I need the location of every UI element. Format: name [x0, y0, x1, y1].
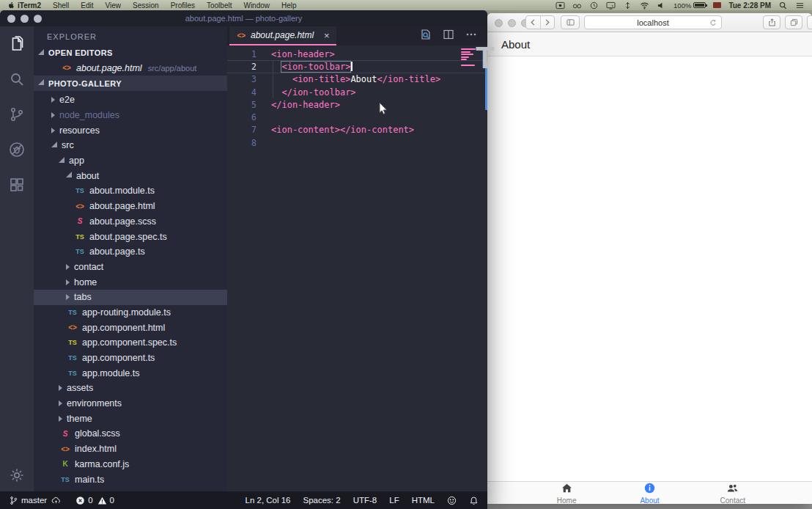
tree-item-contact[interactable]: contact: [34, 260, 227, 275]
cursor-position[interactable]: Ln 2, Col 16: [246, 496, 291, 505]
zoom-window-button[interactable]: [34, 15, 42, 23]
battery-indicator[interactable]: 100%: [673, 1, 706, 10]
reload-icon[interactable]: [709, 19, 717, 26]
encoding[interactable]: UTF-8: [353, 496, 377, 505]
tree-item-about.page.spec.ts[interactable]: TSabout.page.spec.ts: [34, 229, 227, 244]
tree-item-resources[interactable]: resources: [34, 122, 227, 138]
search-icon[interactable]: [8, 70, 26, 88]
menu-help[interactable]: Help: [281, 1, 297, 10]
split-editor-icon[interactable]: [443, 29, 454, 43]
input-language-flag-icon[interactable]: [713, 2, 721, 8]
close-window-button[interactable]: [7, 15, 15, 23]
close-window-button[interactable]: [495, 19, 503, 27]
code-line-7[interactable]: 7<ion-content></ion-content>: [227, 124, 487, 136]
tree-item-about.page.html[interactable]: <>about.page.html: [34, 199, 227, 214]
notifications-bell-icon[interactable]: [469, 496, 479, 505]
publish-changes-button[interactable]: [51, 496, 61, 505]
tree-item-app.module.ts[interactable]: TSapp.module.ts: [34, 365, 227, 381]
tree-item-environments[interactable]: environments: [34, 396, 227, 411]
warning-count[interactable]: 0: [97, 496, 114, 505]
open-changes-icon[interactable]: [420, 29, 432, 43]
feedback-smiley-icon[interactable]: [447, 496, 457, 505]
forward-button[interactable]: [540, 16, 554, 29]
screen-record-icon[interactable]: [556, 1, 565, 10]
error-count[interactable]: 0: [75, 496, 92, 505]
tree-item-app-routing.module.ts[interactable]: TSapp-routing.module.ts: [34, 305, 227, 321]
ion-tab-contact[interactable]: Contact: [691, 482, 774, 504]
tree-item-global.scss[interactable]: Sglobal.scss: [34, 426, 227, 442]
settings-gear-icon[interactable]: [8, 466, 26, 484]
glasses-icon[interactable]: [572, 1, 582, 10]
tree-item-about.module.ts[interactable]: TSabout.module.ts: [34, 183, 227, 199]
open-editors-header[interactable]: OPEN EDITORS: [34, 45, 227, 60]
tree-item-karma.conf.js[interactable]: Kkarma.conf.js: [34, 457, 227, 472]
keyboard-brightness-icon[interactable]: [623, 1, 632, 10]
menu-profiles[interactable]: Profiles: [171, 1, 195, 10]
share-button[interactable]: [763, 15, 780, 29]
tree-item-src[interactable]: src: [34, 138, 227, 153]
tree-item-about[interactable]: about: [34, 168, 227, 183]
minimize-window-button[interactable]: [21, 15, 29, 23]
tree-item-index.html[interactable]: <>index.html: [34, 442, 227, 457]
menu-clock[interactable]: Tue 2:28 PM: [728, 1, 771, 10]
tree-item-about.page.ts[interactable]: TSabout.page.ts: [34, 244, 227, 260]
sidebar-toggle-button[interactable]: [561, 15, 580, 29]
address-bar[interactable]: localhost: [584, 15, 722, 29]
workspace-header[interactable]: PHOTO-GALLERY: [34, 76, 227, 91]
volume-icon[interactable]: [657, 1, 666, 10]
tree-item-main.ts[interactable]: TSmain.ts: [34, 472, 227, 487]
tree-item-app.component.html[interactable]: <>app.component.html: [34, 320, 227, 335]
tree-item-theme[interactable]: theme: [34, 411, 227, 426]
menu-iterm2[interactable]: iTerm2: [18, 1, 41, 10]
code-line-8[interactable]: 8: [227, 136, 487, 149]
back-button[interactable]: [526, 16, 540, 29]
tree-item-e2e[interactable]: e2e: [34, 92, 227, 108]
eol[interactable]: LF: [389, 496, 399, 505]
indentation[interactable]: Spaces: 2: [303, 496, 341, 505]
tree-item-node_modules[interactable]: node_modules: [34, 108, 227, 123]
menu-window[interactable]: Window: [243, 1, 270, 10]
menu-session[interactable]: Session: [133, 1, 159, 10]
tree-item-app.component.ts[interactable]: TSapp.component.ts: [34, 351, 227, 366]
debug-icon[interactable]: [8, 141, 26, 158]
spotlight-icon[interactable]: [778, 1, 788, 10]
code-line-3[interactable]: 3 <ion-title>About</ion-title>: [227, 73, 487, 86]
extensions-icon[interactable]: [8, 176, 26, 194]
apple-menu-icon[interactable]: [7, 1, 15, 10]
tab-overview-button[interactable]: [785, 15, 802, 29]
source-control-icon[interactable]: [8, 106, 26, 123]
code-line-4[interactable]: 4 </ion-toolbar>: [227, 86, 487, 98]
code-line-6[interactable]: 6: [227, 111, 487, 123]
wifi-icon[interactable]: [640, 1, 649, 10]
code-line-2[interactable]: 2 <ion-toolbar>: [227, 60, 487, 73]
menu-edit[interactable]: Edit: [81, 1, 93, 10]
tree-item-app.component.spec.ts[interactable]: TSapp.component.spec.ts: [34, 335, 227, 351]
code-line-1[interactable]: 1<ion-header>: [227, 48, 487, 60]
tree-item-home[interactable]: home: [34, 274, 227, 290]
tree-item-tabs[interactable]: tabs: [34, 290, 227, 305]
code-editor[interactable]: 1<ion-header>2 <ion-toolbar>3 <ion-title…: [227, 45, 487, 491]
code-line-5[interactable]: 5</ion-header>: [227, 98, 487, 111]
new-tab-button[interactable]: [807, 15, 812, 29]
menu-view[interactable]: View: [106, 1, 122, 10]
explorer-icon[interactable]: [8, 35, 26, 53]
menu-shell[interactable]: Shell: [53, 1, 69, 10]
editor-tab-about-page-html[interactable]: <> about.page.html ×: [229, 26, 336, 45]
display-icon[interactable]: [606, 1, 616, 10]
clock-icon[interactable]: [589, 1, 599, 10]
html-file-icon: <>: [236, 32, 246, 40]
tree-item-app[interactable]: app: [34, 153, 227, 169]
notification-center-icon[interactable]: [795, 1, 805, 10]
ion-tab-home[interactable]: Home: [525, 482, 608, 504]
tree-item-label: app: [69, 155, 84, 166]
menu-toolbelt[interactable]: Toolbelt: [207, 1, 232, 10]
tree-item-assets[interactable]: assets: [34, 381, 227, 396]
git-branch-indicator[interactable]: master: [9, 496, 47, 505]
vscode-title-bar[interactable]: about.page.html — photo-gallery: [0, 10, 487, 26]
close-tab-icon[interactable]: ×: [324, 30, 330, 41]
ion-tab-about[interactable]: About: [608, 482, 691, 504]
tree-item-about.page.scss[interactable]: Sabout.page.scss: [34, 214, 227, 230]
open-editor-item[interactable]: <> about.page.html src/app/about: [34, 60, 227, 76]
minimize-window-button[interactable]: [508, 19, 516, 27]
language-mode[interactable]: HTML: [412, 496, 435, 505]
